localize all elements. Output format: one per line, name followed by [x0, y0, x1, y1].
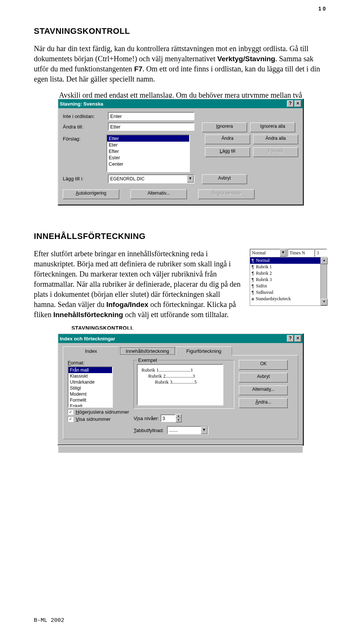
tab-index[interactable]: Index — [63, 346, 119, 355]
checkbox-show-pagenum[interactable]: ✓ Visa sidnummer — [68, 416, 129, 422]
text: och välj ett utförande som tilltalar. — [123, 310, 228, 319]
label-change-to: Ändra till: — [63, 122, 108, 130]
toc-preview: Rubrik 1..........................1 Rubr… — [137, 364, 223, 405]
label-not-in-dict: Inte i ordlistan: — [63, 112, 108, 119]
page-number: 10 — [318, 6, 327, 12]
label-tab-leader: Tabbutfyllnad: — [133, 428, 164, 433]
style-item[interactable]: ¶Rubrik 2 — [250, 270, 327, 277]
style-item[interactable]: ¶Sidfot — [250, 283, 327, 289]
heading-innehallsforteckning: INNEHÅLLSFÖRTECKNING — [34, 231, 327, 241]
not-in-dict-field: Enter — [108, 112, 194, 120]
style-item[interactable]: ¶Rubrik 1 — [250, 264, 327, 270]
tab-figures[interactable]: Figurförteckning — [176, 346, 232, 355]
index-dialog: Index och förteckningar ? × Index Innehå… — [58, 333, 303, 445]
scroll-down-icon[interactable]: ▼ — [321, 299, 328, 305]
chevron-down-icon[interactable]: ▼ — [201, 426, 208, 434]
suggest-button[interactable]: Föreslå — [253, 147, 298, 157]
dialog-titlebar: Stavning: Svenska ? × — [58, 99, 303, 108]
truncated-heading: STAVNINGSKONTROLL — [34, 325, 327, 330]
suggestions-listbox[interactable]: Etter Eter Efter Ester Center — [106, 135, 190, 172]
label-add-to: Lägg till i: — [63, 174, 108, 181]
page-footer: B-ML 2002 — [34, 617, 64, 624]
combo-value: ....... — [169, 428, 178, 433]
chevron-down-icon[interactable]: ▼ — [187, 175, 194, 183]
label-example: Exempel — [137, 357, 158, 363]
font-size-combo[interactable]: 3 — [314, 249, 327, 257]
combo-value: 3 — [317, 250, 319, 256]
spinner-down-icon[interactable]: ▼ — [176, 418, 182, 422]
list-item[interactable]: Klassiskt — [68, 373, 112, 379]
levels-spinner[interactable]: 3 ▲▼ — [161, 414, 182, 422]
list-item[interactable]: Formellt — [68, 397, 112, 403]
paragraph-stavning: När du har din text färdig, kan du kontr… — [34, 44, 327, 84]
help-button[interactable]: ? — [287, 335, 294, 342]
tab-toc[interactable]: Innehållsförteckning — [119, 346, 176, 355]
change-to-input[interactable]: Etter — [108, 122, 194, 131]
list-item[interactable]: Eter — [107, 142, 189, 148]
list-item[interactable]: Etter — [107, 135, 189, 142]
label-show-levels: Visa nivåer: — [133, 416, 159, 421]
change-button[interactable]: Ändra — [205, 135, 250, 144]
ok-button[interactable]: OK — [239, 360, 288, 370]
list-item[interactable]: Från mall — [68, 367, 112, 373]
help-button[interactable]: ? — [287, 100, 294, 107]
undo-last-button[interactable]: Ångra senaste — [198, 189, 255, 199]
style-item[interactable]: ¶Sidhuvud — [250, 289, 327, 296]
style-item-normal[interactable]: ¶Normal — [250, 257, 327, 264]
ignore-all-button[interactable]: Ignorera alla — [250, 122, 295, 132]
label-format: Format: — [68, 360, 129, 366]
tab-ref-innehallsforteckning: Innehållsförteckning — [53, 311, 123, 319]
key-ref-f7: F7 — [134, 65, 143, 73]
spinner-up-icon[interactable]: ▲ — [176, 414, 182, 418]
scroll-up-icon[interactable]: ▲ — [321, 257, 328, 264]
style-item[interactable]: ¶Rubrik 3 — [250, 277, 327, 283]
dialog-titlebar: Index och förteckningar ? × — [58, 334, 303, 343]
list-item[interactable]: Stiligt — [68, 385, 112, 391]
paragraph-toc: Efter slutfört arbete bringar en innehål… — [34, 249, 242, 320]
menu-ref-verktyg-stavning: Verktyg/Stavning — [217, 55, 275, 63]
combo-value: Times N — [290, 250, 305, 256]
cancel-button[interactable]: Avbryt — [202, 174, 247, 184]
menu-ref-infoga-index: Infoga/Index — [106, 301, 149, 308]
list-item[interactable]: Efter — [107, 148, 189, 154]
checkbox-right-align[interactable]: ✓ Högerjustera sidnummer — [68, 409, 129, 415]
list-item[interactable]: Modernt — [68, 391, 112, 397]
heading-stavningskontroll: STAVNINGSKONTROLL — [34, 26, 327, 36]
dialog-title: Stavning: Svenska — [60, 101, 103, 107]
list-item[interactable]: Ester — [107, 154, 189, 161]
change-all-button[interactable]: Ändra alla — [253, 135, 298, 144]
list-item[interactable]: Utmärkande — [68, 379, 112, 385]
tab-leader-combo[interactable]: ....... ▼ — [167, 426, 208, 434]
autocorrect-button[interactable]: Autokorrigering — [63, 189, 119, 199]
add-button[interactable]: Lägg till — [205, 147, 250, 157]
modify-button[interactable]: Ändra... — [239, 398, 288, 408]
add-to-combo[interactable]: EGENORDL.DIC ▼ — [108, 174, 194, 183]
close-icon[interactable]: × — [294, 335, 301, 342]
format-listbox[interactable]: Från mall Klassiskt Utmärkande Stiligt M… — [68, 366, 113, 408]
cancel-button[interactable]: Avbryt — [239, 373, 288, 382]
toolbar-strip — [58, 445, 303, 453]
list-item[interactable]: Center — [107, 161, 189, 167]
dialog-title: Index och förteckningar — [60, 336, 115, 342]
options-button[interactable]: Alternativ... — [239, 385, 288, 395]
label-suggestions: Förslag: — [63, 135, 106, 142]
style-name-combo[interactable]: Normal ▼ — [250, 249, 287, 257]
close-icon[interactable]: × — [294, 100, 301, 107]
truncated-text-line: Avskilj ord med endast ett mellanslag. O… — [34, 91, 327, 98]
levels-value[interactable]: 3 — [161, 414, 176, 422]
spellcheck-dialog: Stavning: Svenska ? × Inte i ordlistan: … — [58, 98, 303, 205]
ignore-button[interactable]: Ignorera — [202, 122, 247, 132]
options-button[interactable]: Alternativ... — [130, 189, 187, 199]
style-list-panel: Normal ▼ Times N 3 ¶Normal ¶Rubrik 1 ¶Ru… — [250, 249, 327, 306]
chevron-down-icon[interactable]: ▼ — [280, 249, 287, 257]
style-item[interactable]: aStandardstycketeck — [250, 296, 327, 302]
font-combo[interactable]: Times N — [287, 249, 314, 257]
list-item[interactable]: Enkelt — [68, 403, 112, 408]
combo-value: EGENORDL.DIC — [110, 176, 144, 181]
combo-value: Normal — [252, 250, 266, 256]
text: Efter slutfört arbete bringar en innehål… — [34, 249, 241, 308]
